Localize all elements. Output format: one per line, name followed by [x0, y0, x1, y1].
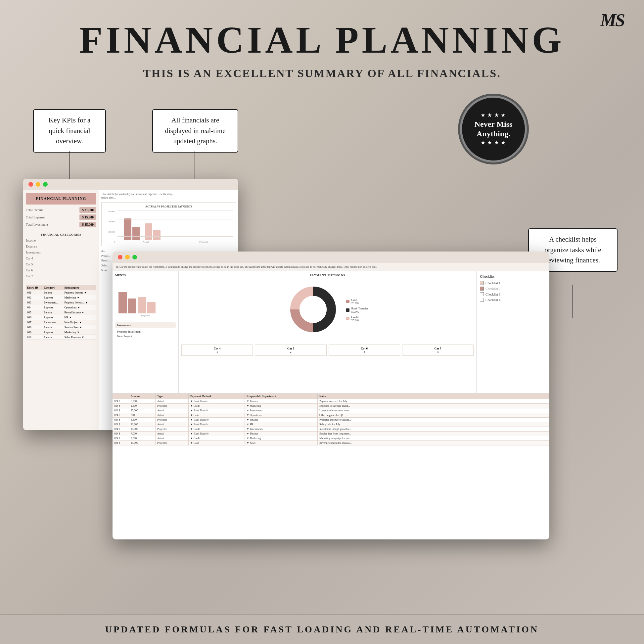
table-row-7: 024 $ 10,000 Projected ▼ Credit ▼ Invest…	[113, 427, 549, 432]
badge-stars-bottom: ★ ★ ★ ★	[481, 140, 506, 146]
cat-4: Cat 4	[26, 255, 96, 261]
checklist-item-3[interactable]: Checklist 3	[480, 292, 546, 296]
never-miss-badge: ★ ★ ★ ★ Never Miss Anything. ★ ★ ★ ★	[462, 98, 525, 161]
table-row-4: 024 $ 300 Actual ▼ Cash ▼ Operations Off…	[113, 413, 549, 418]
dot-red-2[interactable]	[118, 255, 122, 259]
y-label-60k: 60,000	[104, 210, 115, 213]
categories-section: FINANCIAL CATEGORIES Income Expense Inve…	[26, 233, 96, 279]
spreadsheet-description: This table helps you track your income a…	[101, 192, 236, 200]
checkbox-3[interactable]	[480, 292, 484, 296]
inner-bar-1	[118, 292, 127, 313]
y-label-40k: 40,000	[104, 220, 115, 223]
annotation-graph: All financials are displayed in real-tim…	[152, 109, 238, 153]
dot-yellow-1[interactable]	[36, 182, 40, 187]
kpi-label-expense: Total Expense	[26, 215, 45, 219]
kpi-value-investment: $ 35,000	[79, 222, 96, 227]
ments-label: MENTS	[115, 274, 176, 277]
table-row-10: 024 $ 15,000 Projected ▼ Cash ▼ Sales Re…	[113, 441, 549, 445]
projected-label: Projected	[115, 314, 176, 317]
table-row-1: 024 $ 5,000 Actual ▼ Bank Transfer ▼ Fin…	[113, 399, 549, 404]
categories-title: FINANCIAL CATEGORIES	[26, 233, 96, 236]
invest-label-2: Property Investment	[115, 329, 176, 334]
checkbox-2[interactable]	[480, 287, 484, 291]
footer: UPDATED FORMULAS FOR FAST LOADING AND RE…	[0, 614, 644, 644]
checklist-label-2: Checklist 2	[485, 287, 500, 291]
titlebar-2	[113, 252, 549, 263]
logo: MS	[600, 10, 624, 30]
invest-label-1: Investment	[115, 322, 176, 328]
col-dept: Responsible Department	[245, 393, 318, 399]
x-label-actual: Actual	[143, 241, 149, 243]
dot-red-1[interactable]	[28, 182, 33, 187]
annotation-kpi: Key KPIs for a quick financial overview.	[33, 109, 106, 153]
cat-investment: Investment	[26, 250, 96, 255]
table-row-6: 024 $ 12,000 Actual ▼ Bank Transfer ▼ HR…	[113, 422, 549, 427]
chart-container: ACTUAL VS PROJECTED PAYMENTS 60,000 40,0…	[101, 202, 236, 246]
checklist-label-3: Checklist 3	[485, 293, 500, 296]
col-notes: Notes	[318, 393, 549, 399]
kpi-rows: Total Income $ 31,500 Total Expense $ 15…	[26, 207, 96, 227]
annotation-graph-text: All financials are displayed in real-tim…	[165, 116, 225, 145]
dot-green-1[interactable]	[43, 182, 48, 187]
payment-methods-title: PAYMENT METHODS	[181, 274, 474, 277]
inner-bar-4	[147, 302, 156, 313]
legend-bank: Bank Transfer50.0%	[351, 307, 368, 313]
spreadsheet-window-2: es. Use the dropdown to select the right…	[113, 252, 549, 539]
bottom-table-section: Amount Type Payment Method Responsible D…	[113, 393, 549, 535]
invest-label-3: New Project	[115, 334, 176, 339]
table-row-5: 024 $ 4,500 Projected ▼ Bank Transfer ▼ …	[113, 418, 549, 422]
chart-title: ACTUAL VS PROJECTED PAYMENTS	[104, 205, 233, 208]
y-label-20k: 20,000	[104, 231, 115, 233]
col-date	[113, 393, 129, 399]
checkbox-4[interactable]	[480, 298, 484, 302]
donut-legend: Cash25.0% Bank Transfer50.0% Credit25.0%	[346, 298, 368, 322]
kpi-value-expense: $ 15,800	[79, 214, 96, 220]
checklist-item-4[interactable]: Checklist 4	[480, 298, 546, 302]
inner-bar-3	[138, 297, 146, 313]
checkbox-1[interactable]	[480, 281, 484, 285]
cat5-box: Cat 5 2	[255, 345, 326, 356]
table-row-3: 024 $ 25,000 Actual ▼ Bank Transfer ▼ In…	[113, 408, 549, 413]
dot-yellow-2[interactable]	[125, 255, 130, 259]
badge-stars-top: ★ ★ ★ ★	[481, 113, 506, 118]
checklist-item-2[interactable]: Checklist 2	[480, 287, 546, 291]
checklist-item-1[interactable]: Checklist 1	[480, 281, 546, 285]
col-payment: Payment Method	[189, 393, 245, 399]
legend-cash: Cash25.0%	[351, 298, 359, 305]
table-row-9: 024 $ 2,000 Actual ▼ Credit ▼ Marketing …	[113, 436, 549, 441]
donut-svg	[287, 283, 340, 336]
main-title: FINANCIAL PLANNING	[0, 0, 644, 62]
badge-line1: Never Miss	[475, 119, 513, 129]
cat6-box: Cat 6 3	[329, 345, 400, 356]
dot-green-2[interactable]	[132, 255, 137, 259]
kpi-label-investment: Total Investment	[26, 223, 48, 226]
cat7-box: Cat 7 4	[402, 345, 474, 356]
inner-bar-2	[128, 299, 136, 313]
col-amount: Amount	[129, 393, 156, 399]
legend-credit: Credit25.0%	[351, 315, 359, 322]
checklist-title: Checklist	[480, 274, 546, 278]
cat-7: Cat 7	[26, 273, 96, 279]
svg-point-3	[299, 296, 327, 323]
checklist-label-4: Checklist 4	[485, 298, 500, 302]
cat-5: Cat 5	[26, 261, 96, 267]
kpi-value-income: $ 31,500	[79, 207, 96, 213]
categories-list: Income Expense Investment Cat 4 Cat 5 Ca…	[26, 238, 96, 279]
kpi-title: FINANCIAL PLANNING	[26, 193, 96, 205]
annotation-checklist-text: A checklist helps organize tasks while r…	[544, 235, 601, 264]
col-type: Type	[156, 393, 189, 399]
inner-chart: Projected	[115, 280, 176, 317]
cat4-box: Cat 4 1	[181, 345, 253, 356]
checklist-label-1: Checklist 1	[485, 281, 500, 285]
annotation-line-3	[573, 285, 573, 318]
table-row-8: 024 $ 7,000 Actual ▼ Bank Transfer ▼ Fin…	[113, 432, 549, 436]
cat-income: Income	[26, 238, 96, 244]
badge-line2: Anything.	[477, 129, 510, 139]
cat-expense: Expense	[26, 244, 96, 250]
second-window-description: es. Use the dropdown to select the right…	[113, 263, 549, 271]
x-label-projected: Projected	[199, 241, 208, 243]
y-label-0: 0	[104, 241, 115, 243]
donut-chart: Cash25.0% Bank Transfer50.0% Credit25.0%	[181, 280, 474, 341]
kpi-label-income: Total Income	[26, 208, 43, 212]
footer-text: UPDATED FORMULAS FOR FAST LOADING AND RE…	[13, 624, 631, 635]
